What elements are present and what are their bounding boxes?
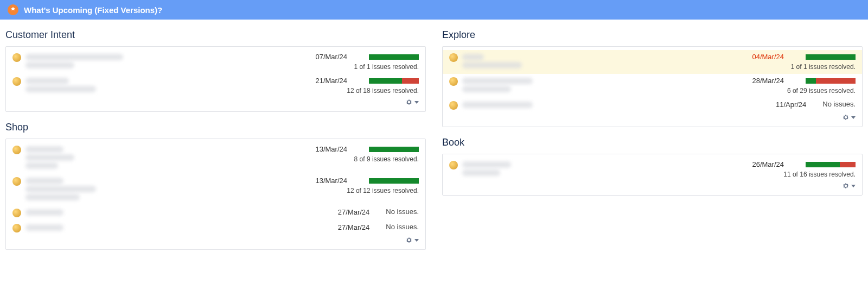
versions-panel: 13/Mar/248 of 9 issues resolved.13/Mar/2… xyxy=(5,139,426,250)
resolved-label: 8 of 9 issues resolved. xyxy=(245,155,419,163)
version-progress-area: 13/Mar/2412 of 12 issues resolved. xyxy=(245,176,419,194)
panel-settings-button[interactable] xyxy=(843,183,856,189)
version-icon xyxy=(12,177,21,186)
release-date: 27/Mar/24 xyxy=(338,223,370,231)
progress-bar xyxy=(369,54,419,60)
version-icon xyxy=(12,146,21,154)
section-title: Customer Intent xyxy=(5,29,426,41)
release-date: 13/Mar/24 xyxy=(315,145,347,153)
version-progress-area: 26/Mar/2411 of 16 issues resolved. xyxy=(682,160,856,178)
progress-bar xyxy=(806,78,856,84)
resolved-label: 1 of 1 issues resolved. xyxy=(245,63,419,71)
section-title: Book xyxy=(442,137,863,148)
resolved-label: 12 of 12 issues resolved. xyxy=(245,187,419,194)
release-date: 27/Mar/24 xyxy=(338,208,370,216)
version-icon xyxy=(12,77,21,86)
resolved-label: 6 of 29 issues resolved. xyxy=(682,87,856,95)
project-section: Customer Intent07/Mar/241 of 1 issues re… xyxy=(5,29,426,112)
version-name-area xyxy=(462,76,682,94)
version-icon xyxy=(12,209,21,217)
version-name-area xyxy=(25,144,245,171)
project-section: Book26/Mar/2411 of 16 issues resolved. xyxy=(442,137,863,196)
resolved-label: 11 of 16 issues resolved. xyxy=(682,171,856,178)
release-icon xyxy=(8,4,18,15)
no-issues-label: No issues. xyxy=(386,208,419,216)
no-issues-label: No issues. xyxy=(386,223,419,231)
progress-bar xyxy=(369,178,419,184)
version-name-area xyxy=(25,76,245,94)
release-date: 04/Mar/24 xyxy=(752,53,784,61)
progress-bar xyxy=(369,78,419,84)
column: Customer Intent07/Mar/241 of 1 issues re… xyxy=(5,25,426,260)
version-progress-area: 21/Mar/2412 of 18 issues resolved. xyxy=(245,76,419,95)
version-name-area xyxy=(25,208,245,217)
release-date: 13/Mar/24 xyxy=(315,177,347,185)
version-row[interactable]: 13/Mar/248 of 9 issues resolved. xyxy=(12,142,419,174)
column: Explore04/Mar/241 of 1 issues resolved.2… xyxy=(442,25,863,260)
version-row[interactable]: 21/Mar/2412 of 18 issues resolved. xyxy=(12,74,419,98)
versions-panel: 07/Mar/241 of 1 issues resolved.21/Mar/2… xyxy=(5,46,426,112)
version-row[interactable]: 13/Mar/2412 of 12 issues resolved. xyxy=(12,174,419,205)
version-icon xyxy=(449,53,458,62)
version-progress-area: 07/Mar/241 of 1 issues resolved. xyxy=(245,52,419,71)
version-row[interactable]: 11/Apr/24No issues. xyxy=(449,98,856,113)
version-name-area xyxy=(25,223,245,233)
chevron-down-icon xyxy=(414,239,419,242)
release-date: 21/Mar/24 xyxy=(315,77,347,85)
version-row[interactable]: 04/Mar/241 of 1 issues resolved. xyxy=(443,50,862,74)
panel-settings-button[interactable] xyxy=(406,99,419,105)
version-icon xyxy=(12,224,21,233)
chevron-down-icon xyxy=(414,101,419,104)
resolved-label: 12 of 18 issues resolved. xyxy=(245,87,419,95)
project-section: Shop13/Mar/248 of 9 issues resolved.13/M… xyxy=(5,122,426,250)
version-icon xyxy=(12,53,21,62)
version-name-area xyxy=(462,160,682,178)
version-name-area xyxy=(25,176,245,202)
section-title: Explore xyxy=(442,29,863,41)
banner: What's Upcoming (Fixed Versions)? xyxy=(0,0,868,20)
version-icon xyxy=(449,77,458,86)
version-name-area xyxy=(462,100,682,110)
version-progress-area: 27/Mar/24No issues. xyxy=(245,208,419,216)
version-progress-area: 28/Mar/246 of 29 issues resolved. xyxy=(682,76,856,95)
progress-bar xyxy=(806,54,856,60)
versions-panel: 26/Mar/2411 of 16 issues resolved. xyxy=(442,154,863,196)
version-progress-area: 11/Apr/24No issues. xyxy=(682,100,856,109)
version-progress-area: 04/Mar/241 of 1 issues resolved. xyxy=(682,52,856,71)
version-icon xyxy=(449,101,458,110)
version-row[interactable]: 27/Mar/24No issues. xyxy=(12,221,419,236)
release-date: 11/Apr/24 xyxy=(776,100,806,109)
chevron-down-icon xyxy=(851,185,856,187)
version-name-area xyxy=(25,52,245,70)
version-progress-area: 13/Mar/248 of 9 issues resolved. xyxy=(245,144,419,163)
resolved-label: 1 of 1 issues resolved. xyxy=(682,63,856,71)
version-progress-area: 27/Mar/24No issues. xyxy=(245,223,419,231)
progress-bar xyxy=(806,162,856,167)
chevron-down-icon xyxy=(851,116,856,119)
release-date: 28/Mar/24 xyxy=(752,77,784,85)
section-title: Shop xyxy=(5,122,426,133)
version-name-area xyxy=(462,52,682,70)
release-date: 07/Mar/24 xyxy=(315,53,347,61)
no-issues-label: No issues. xyxy=(822,100,856,108)
progress-bar xyxy=(369,147,419,152)
version-row[interactable]: 28/Mar/246 of 29 issues resolved. xyxy=(449,74,856,98)
version-row[interactable]: 26/Mar/2411 of 16 issues resolved. xyxy=(449,158,856,181)
banner-title: What's Upcoming (Fixed Versions)? xyxy=(24,5,162,15)
version-row[interactable]: 07/Mar/241 of 1 issues resolved. xyxy=(12,50,419,74)
project-section: Explore04/Mar/241 of 1 issues resolved.2… xyxy=(442,29,863,127)
release-date: 26/Mar/24 xyxy=(752,160,784,168)
versions-panel: 04/Mar/241 of 1 issues resolved.28/Mar/2… xyxy=(442,46,863,127)
version-icon xyxy=(449,161,458,169)
panel-settings-button[interactable] xyxy=(406,237,419,243)
panel-settings-button[interactable] xyxy=(843,114,856,121)
version-row[interactable]: 27/Mar/24No issues. xyxy=(12,205,419,221)
